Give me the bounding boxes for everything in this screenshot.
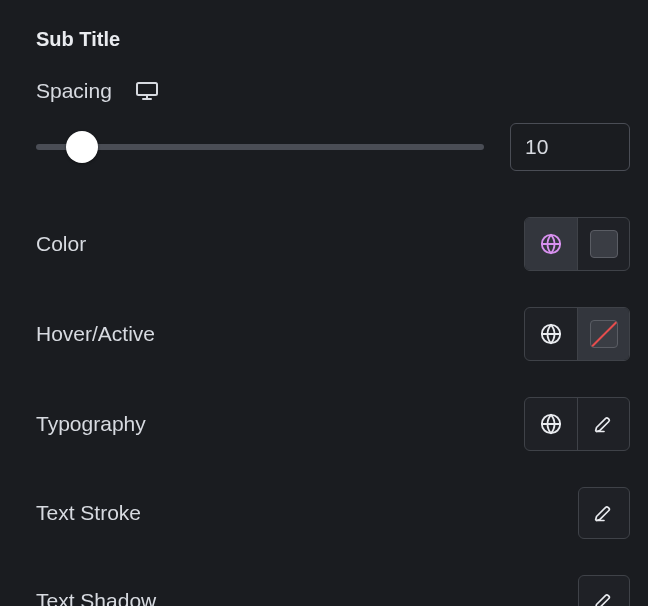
color-controls bbox=[524, 217, 630, 271]
color-label: Color bbox=[36, 232, 86, 256]
color-row: Color bbox=[36, 217, 630, 271]
pencil-icon bbox=[594, 414, 614, 434]
spacing-slider[interactable] bbox=[36, 131, 484, 163]
section-title: Sub Title bbox=[36, 28, 630, 51]
hover-active-row: Hover/Active bbox=[36, 307, 630, 361]
typography-edit-button[interactable] bbox=[577, 398, 629, 450]
text-shadow-row: Text Shadow bbox=[36, 575, 630, 606]
spacing-label: Spacing bbox=[36, 79, 112, 103]
text-shadow-edit-button[interactable] bbox=[578, 575, 630, 606]
hover-active-controls bbox=[524, 307, 630, 361]
pencil-icon bbox=[594, 503, 614, 523]
text-shadow-label: Text Shadow bbox=[36, 589, 156, 606]
color-global-button[interactable] bbox=[525, 218, 577, 270]
typography-global-button[interactable] bbox=[525, 398, 577, 450]
globe-icon bbox=[540, 413, 562, 435]
typography-label: Typography bbox=[36, 412, 146, 436]
hover-active-label: Hover/Active bbox=[36, 322, 155, 346]
svg-rect-0 bbox=[137, 83, 157, 95]
hover-active-swatch-button[interactable] bbox=[577, 308, 629, 360]
text-stroke-row: Text Stroke bbox=[36, 487, 630, 539]
typography-controls bbox=[524, 397, 630, 451]
spacing-label-row: Spacing bbox=[36, 79, 630, 103]
text-stroke-edit-button[interactable] bbox=[578, 487, 630, 539]
globe-icon bbox=[540, 233, 562, 255]
typography-row: Typography bbox=[36, 397, 630, 451]
globe-icon bbox=[540, 323, 562, 345]
color-swatch-button[interactable] bbox=[577, 218, 629, 270]
color-swatch bbox=[590, 230, 618, 258]
text-stroke-label: Text Stroke bbox=[36, 501, 141, 525]
spacing-slider-thumb[interactable] bbox=[66, 131, 98, 163]
spacing-input[interactable] bbox=[510, 123, 630, 171]
hover-active-global-button[interactable] bbox=[525, 308, 577, 360]
spacing-slider-row bbox=[36, 123, 630, 171]
desktop-icon[interactable] bbox=[136, 82, 158, 100]
pencil-icon bbox=[594, 591, 614, 606]
no-color-swatch bbox=[590, 320, 618, 348]
